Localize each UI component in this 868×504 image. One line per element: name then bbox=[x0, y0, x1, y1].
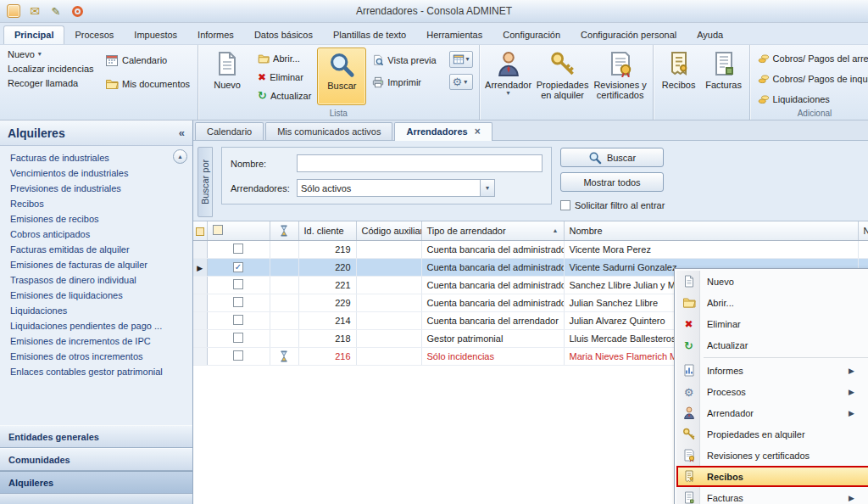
checkbox[interactable] bbox=[213, 225, 223, 235]
vista-previa-button[interactable]: Vista previa bbox=[369, 53, 439, 68]
menu-item-recibos[interactable]: Recibos bbox=[676, 466, 868, 487]
sidebar-item-facturas-industriales[interactable]: Facturas de industriales bbox=[0, 150, 192, 165]
ribbon-tab-principal[interactable]: Principal bbox=[3, 25, 64, 44]
buscar-button[interactable]: Buscar bbox=[317, 48, 366, 105]
ribbon-tab-impuestos[interactable]: Impuestos bbox=[124, 26, 187, 44]
localizar-incidencias-button[interactable]: Localizar incidencias bbox=[4, 62, 99, 76]
broadcast-icon[interactable] bbox=[69, 3, 86, 20]
collapse-sidebar-icon[interactable]: « bbox=[179, 126, 185, 139]
checkbox[interactable] bbox=[233, 244, 243, 254]
actualizar-button[interactable]: ↻Actualizar bbox=[254, 88, 314, 103]
sidebar-item-emisiones-facturas[interactable]: Emisiones de facturas de alquiler bbox=[0, 257, 192, 272]
recibos-button[interactable]: Recibos bbox=[658, 48, 700, 105]
menu-item-eliminar[interactable]: ✖ Eliminar bbox=[676, 313, 868, 334]
arrendador-button[interactable]: Arrendador ▾ bbox=[484, 48, 533, 105]
checkbox[interactable] bbox=[233, 279, 243, 289]
sidebar-item-previsiones-industriales[interactable]: Previsiones de industriales bbox=[0, 181, 192, 196]
checkbox-checked[interactable]: ✓ bbox=[233, 262, 243, 272]
request-filter-checkbox[interactable]: Solicitar filtro al entrar bbox=[560, 200, 665, 210]
mail-icon[interactable]: ✉ bbox=[26, 3, 43, 20]
select-all-icon[interactable] bbox=[196, 227, 204, 236]
coins-icon bbox=[758, 53, 770, 64]
eliminar-button[interactable]: ✖Eliminar bbox=[254, 70, 314, 84]
ribbon-tab-configuracion[interactable]: Configuración bbox=[492, 26, 570, 44]
sidebar-item-emisiones-liquidaciones[interactable]: Emisiones de liquidaciones bbox=[0, 288, 192, 303]
sidebar-group-comunidades[interactable]: Comunidades bbox=[0, 448, 192, 471]
buscar-por-tab[interactable]: Buscar por bbox=[198, 147, 213, 217]
menu-item-revisiones[interactable]: Revisiones y certificados bbox=[676, 445, 868, 466]
abrir-button[interactable]: Abrir... bbox=[254, 51, 314, 66]
ribbon-tab-informes[interactable]: Informes bbox=[187, 26, 244, 44]
sidebar-item-vencimientos-industriales[interactable]: Vencimientos de industriales bbox=[0, 165, 192, 181]
column-header-nombre[interactable]: Nombre bbox=[564, 221, 858, 240]
sidebar-item-facturas-emitidas[interactable]: Facturas emitidas de alquiler bbox=[0, 242, 192, 257]
cobros-pagos-inquilino-button[interactable]: Cobros/ Pagos de inquil bbox=[754, 71, 868, 87]
app-icon[interactable] bbox=[5, 3, 22, 20]
sidebar-item-emisiones-recibos[interactable]: Emisiones de recibos bbox=[0, 211, 192, 227]
sidebar-item-liquidaciones[interactable]: Liquidaciones bbox=[0, 303, 192, 318]
new-menu-button[interactable]: Nuevo▾ bbox=[4, 48, 99, 61]
sidebar-group-entidades-generales[interactable]: Entidades generales bbox=[0, 425, 192, 448]
mis-documentos-button[interactable]: Mis documentos bbox=[102, 76, 193, 92]
sidebar-item-recibos[interactable]: Recibos bbox=[0, 196, 192, 211]
sidebar-overflow-strip bbox=[0, 494, 192, 504]
sidebar-item-cobros-anticipados[interactable]: Cobros anticipados bbox=[0, 227, 192, 242]
tab-mis-comunicados[interactable]: Mis comunicados activos bbox=[265, 122, 392, 140]
ribbon-tab-configuracion-personal[interactable]: Configuración personal bbox=[570, 26, 687, 44]
show-all-button[interactable]: Mostrar todos bbox=[560, 172, 664, 192]
propiedades-en-alquiler-button[interactable]: Propiedades en alquiler bbox=[536, 48, 590, 105]
menu-item-informes[interactable]: Informes ▶ bbox=[676, 360, 868, 381]
arrendadores-select[interactable]: Sólo activos ▾ bbox=[297, 179, 495, 197]
menu-item-procesos[interactable]: ⚙ Procesos ▶ bbox=[676, 381, 868, 402]
checkbox[interactable] bbox=[560, 200, 570, 210]
nombre-input[interactable] bbox=[297, 154, 542, 172]
facturas-button[interactable]: Facturas bbox=[703, 48, 745, 105]
ribbon-tab-datos-basicos[interactable]: Datos básicos bbox=[244, 26, 323, 44]
checkbox[interactable] bbox=[233, 350, 243, 361]
close-icon[interactable]: × bbox=[475, 126, 481, 137]
revisiones-certificados-button[interactable]: Revisiones y certificados bbox=[593, 48, 648, 105]
recoger-llamada-button[interactable]: Recoger llamada bbox=[4, 76, 99, 90]
grid-settings-dropdown[interactable]: ⚙▾ bbox=[449, 74, 473, 90]
chevron-down-icon: ▾ bbox=[464, 79, 467, 86]
menu-item-abrir[interactable]: Abrir... bbox=[676, 292, 868, 313]
sidebar-group-alquileres[interactable]: Alquileres bbox=[0, 471, 192, 494]
column-header-codigo-auxiliar[interactable]: Código auxiliar bbox=[356, 221, 421, 240]
sidebar-item-enlaces-contables[interactable]: Enlaces contables gestor patrimonial bbox=[0, 364, 192, 379]
grid-layout-dropdown[interactable]: ▾ bbox=[449, 51, 473, 68]
scroll-up-icon[interactable]: ▲ bbox=[173, 149, 187, 164]
tab-calendario[interactable]: Calendario bbox=[195, 122, 264, 140]
nuevo-button[interactable]: Nuevo bbox=[203, 48, 252, 105]
tab-arrendadores[interactable]: Arrendadores × bbox=[394, 122, 492, 141]
ribbon-tab-procesos[interactable]: Procesos bbox=[64, 26, 124, 44]
column-header-notas[interactable]: No bbox=[858, 221, 868, 240]
sidebar-item-incrementos-ipc[interactable]: Emisiones de incrementos de IPC bbox=[0, 333, 192, 349]
calendario-button[interactable]: Calendario bbox=[102, 52, 193, 69]
menu-item-facturas[interactable]: Facturas ▶ bbox=[676, 487, 868, 504]
menu-item-propiedades[interactable]: Propiedades en alquiler bbox=[676, 423, 868, 445]
imprimir-button[interactable]: Imprimir bbox=[369, 75, 439, 90]
cobros-pagos-arrendador-button[interactable]: Cobros/ Pagos del arre bbox=[754, 51, 868, 66]
incidencias-column-header[interactable] bbox=[270, 221, 298, 240]
checkbox[interactable] bbox=[233, 333, 243, 343]
chevron-down-icon[interactable]: ▾ bbox=[480, 180, 494, 196]
liquidaciones-button[interactable]: Liquidaciones bbox=[754, 92, 868, 107]
sidebar-item-liquidaciones-pendientes[interactable]: Liquidaciones pendientes de pago ... bbox=[0, 318, 192, 333]
checkbox[interactable] bbox=[233, 297, 243, 307]
ribbon-tab-ayuda[interactable]: Ayuda bbox=[687, 26, 733, 44]
column-header-tipo-arrendador[interactable]: Tipo de arrendador▲ bbox=[421, 221, 564, 240]
column-header-id-cliente[interactable]: Id. cliente bbox=[298, 221, 356, 240]
compose-icon[interactable]: ✎ bbox=[47, 3, 64, 20]
checkbox-column-header[interactable] bbox=[207, 221, 270, 240]
menu-item-arrendador[interactable]: Arrendador ▶ bbox=[676, 402, 868, 423]
ribbon-tab-herramientas[interactable]: Herramientas bbox=[416, 26, 492, 44]
sidebar-item-otros-incrementos[interactable]: Emisiones de otros incrementos bbox=[0, 349, 192, 364]
printer-icon bbox=[372, 76, 384, 88]
menu-item-actualizar[interactable]: ↻ Actualizar bbox=[676, 334, 868, 356]
ribbon-tab-plantillas[interactable]: Plantillas de texto bbox=[323, 26, 416, 44]
ribbon-group-adicional: Cobros/ Pagos del arre Cobros/ Pagos de … bbox=[750, 45, 868, 120]
sidebar-item-traspasos-dinero[interactable]: Traspasos de dinero individual bbox=[0, 272, 192, 288]
search-submit-button[interactable]: Buscar bbox=[560, 148, 664, 167]
menu-item-nuevo[interactable]: Nuevo bbox=[676, 271, 868, 292]
checkbox[interactable] bbox=[233, 315, 243, 325]
